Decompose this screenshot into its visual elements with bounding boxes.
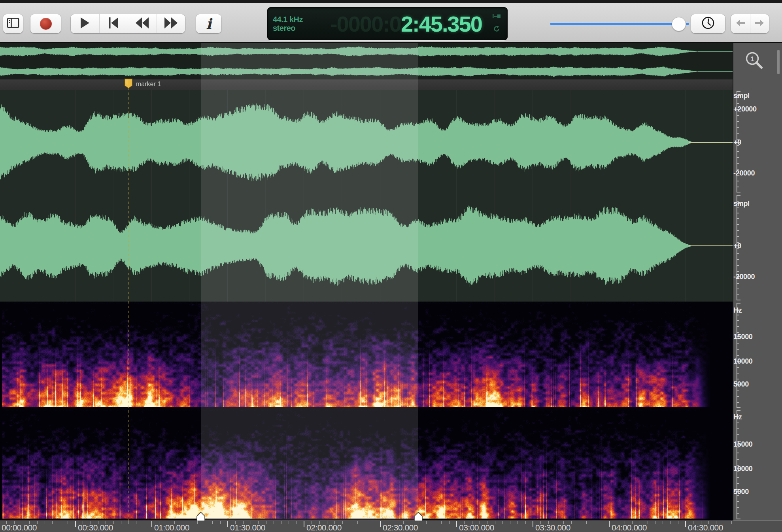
timeline-minor-tick: [212, 521, 213, 524]
timeline-major-tick: [685, 521, 686, 527]
marker-flag-icon[interactable]: [124, 78, 133, 91]
zoom-slider[interactable]: [550, 23, 689, 25]
timeline-minor-tick: [274, 521, 274, 524]
ruler-minor-tick: [737, 187, 739, 187]
transport-button-group: [71, 14, 185, 33]
timeline-label: 02:00.000: [306, 523, 342, 532]
timeline-major-tick: [75, 521, 76, 527]
timeline-minor-tick: [350, 521, 350, 524]
ruler-minor-tick: [737, 271, 739, 272]
timeline-minor-tick: [121, 521, 121, 524]
skip-to-start-button[interactable]: [99, 14, 128, 33]
timeline-minor-tick: [678, 521, 678, 524]
time-display-lcd[interactable]: 44.1 kHz stereo -0000:02:45.350: [267, 7, 508, 40]
ruler-minor-tick: [737, 396, 739, 397]
info-button[interactable]: i: [196, 14, 221, 33]
selection-start-handle[interactable]: [196, 512, 206, 521]
timeline-major-tick: [380, 521, 381, 527]
ruler-label: smpl: [733, 92, 750, 100]
ruler-bracket-tick: [737, 192, 740, 192]
ruler-minor-tick: [737, 103, 739, 104]
ruler-minor-tick: [737, 213, 739, 213]
loop-icon[interactable]: [493, 25, 500, 34]
play-button[interactable]: [71, 14, 99, 33]
ruler-bracket-tick: [737, 407, 740, 408]
ruler-minor-tick: [737, 283, 739, 284]
timeline-label: 04:00.000: [612, 523, 647, 532]
ruler-minor-tick: [737, 265, 739, 266]
timeline-minor-tick: [128, 521, 129, 524]
record-icon: [40, 18, 52, 30]
info-icon: i: [206, 17, 212, 31]
timeline-label: 01:30.000: [230, 523, 265, 532]
ruler-label: -20000: [733, 273, 755, 281]
ruler-label: 5000: [733, 488, 749, 496]
timeline-label: 02:30.000: [383, 523, 418, 532]
history-button-group: [731, 14, 769, 33]
timeline-minor-tick: [220, 521, 221, 524]
clock-button[interactable]: [691, 14, 725, 33]
ruler-label: +0: [733, 242, 741, 250]
fast-forward-button[interactable]: [157, 14, 185, 33]
value-ruler-column[interactable]: smpl+20000+0-20000smpl+0-20000Hz15000100…: [733, 43, 782, 532]
ghost-digits: -0000:0: [330, 11, 401, 37]
ruler-label: 15000: [733, 440, 753, 449]
timeline-minor-tick: [342, 521, 343, 524]
timeline-minor-tick: [190, 521, 190, 524]
forward-button[interactable]: [750, 14, 769, 33]
audio-editor-window: i 44.1 kHz stereo -0000:02:45.350: [0, 0, 782, 532]
timeline-minor-tick: [52, 521, 53, 524]
timeline-major-tick: [151, 521, 152, 527]
window-top-edge: [0, 0, 782, 3]
sample-rate-label: 44.1 kHz: [273, 15, 303, 24]
zoom-slider-thumb[interactable]: [672, 17, 686, 31]
selection-end-handle[interactable]: [414, 512, 423, 521]
vertical-scrollbar[interactable]: [777, 50, 780, 74]
ruler-minor-tick: [737, 259, 739, 260]
timeline-label: 00:30.000: [78, 523, 113, 532]
rewind-button[interactable]: [128, 14, 157, 33]
ruler-label: 15000: [733, 333, 753, 341]
timeline-major-tick: [456, 521, 457, 527]
rewind-icon: [136, 17, 149, 30]
selection-region[interactable]: [201, 43, 418, 521]
timeline-minor-tick: [60, 521, 60, 524]
fast-forward-icon: [164, 17, 178, 30]
go-to-end-icon[interactable]: [492, 13, 501, 21]
lcd-format-info: 44.1 kHz stereo: [273, 15, 303, 33]
ruler-minor-tick: [737, 157, 739, 158]
timeline-minor-tick: [297, 521, 297, 524]
ruler-minor-tick: [737, 181, 739, 181]
zoom-level-magnifier-icon[interactable]: 1: [744, 51, 765, 73]
time-ruler[interactable]: 00:00.00000:30.00001:00.00001:30.00002:0…: [0, 521, 782, 532]
ruler-label: Hz: [733, 413, 742, 421]
record-button[interactable]: [30, 14, 61, 33]
timeline-minor-tick: [449, 521, 450, 524]
ruler-minor-tick: [737, 294, 739, 295]
ruler-label: -20000: [733, 169, 755, 177]
ruler-minor-tick: [737, 501, 739, 502]
ruler-minor-tick: [737, 477, 739, 478]
ruler-minor-tick: [737, 151, 739, 152]
timeline-minor-tick: [426, 521, 427, 524]
ruler-minor-tick: [737, 236, 739, 237]
timeline-minor-tick: [571, 521, 572, 524]
marker-label: marker 1: [136, 81, 161, 88]
ruler-minor-tick: [737, 224, 739, 225]
sidebar-toggle-icon: [7, 17, 19, 30]
ruler-label: +20000: [733, 105, 757, 113]
back-button[interactable]: [731, 14, 750, 33]
ruler-minor-tick: [737, 218, 739, 219]
timeline-minor-tick: [144, 521, 144, 524]
ruler-minor-tick: [737, 320, 739, 321]
timeline-minor-tick: [113, 521, 114, 524]
ruler-minor-tick: [737, 423, 739, 423]
skip-to-start-icon: [108, 17, 119, 30]
ruler-label: 10000: [733, 465, 753, 473]
timeline-minor-tick: [136, 521, 136, 524]
current-time-value: 2:45.350: [401, 11, 482, 37]
sidebar-toggle-button[interactable]: [3, 14, 23, 33]
ruler-minor-tick: [737, 483, 739, 484]
clock-icon: [701, 16, 715, 31]
timeline-label: 03:30.000: [535, 523, 570, 532]
